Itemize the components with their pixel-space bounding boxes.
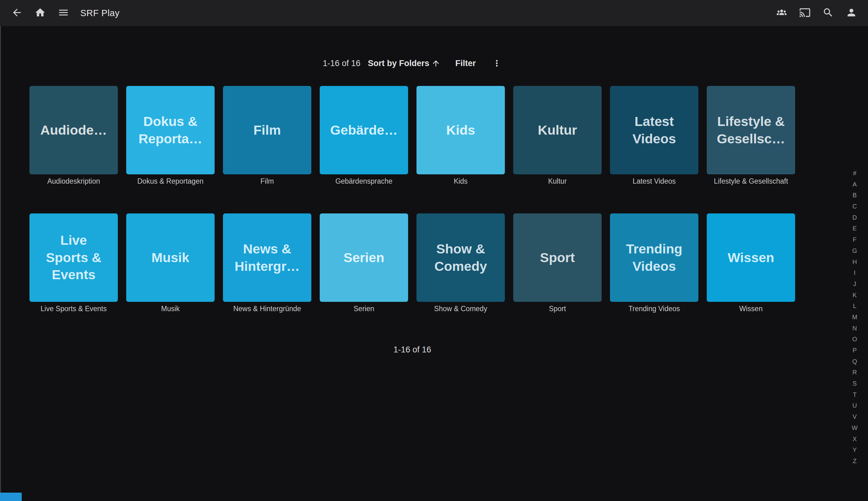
folder-caption: Wissen [707, 305, 795, 314]
alpha-letter[interactable]: I [854, 269, 856, 276]
folder-tile-title: Sport [538, 249, 577, 266]
alpha-letter[interactable]: W [852, 425, 858, 431]
alpha-letter[interactable]: N [853, 325, 857, 331]
folder-tile: Trending Videos [610, 213, 698, 302]
folder-tile-title: Lifestyle & Gesellsc… [715, 113, 788, 148]
filter-button[interactable]: Filter [455, 58, 476, 68]
alpha-letter[interactable]: D [853, 214, 857, 221]
alpha-letter[interactable]: V [853, 414, 857, 420]
toolbar: 1-16 of 16 Sort by Folders Filter [30, 57, 795, 70]
alpha-letter[interactable]: C [853, 203, 857, 210]
folder-tile-title: News & Hintergr… [232, 241, 302, 275]
folder-card[interactable]: Live Sports & EventsLive Sports & Events [30, 213, 118, 314]
folder-caption: Kultur [513, 177, 601, 186]
alpha-letter[interactable]: # [853, 170, 856, 176]
alpha-letter[interactable]: R [853, 369, 857, 375]
home-button[interactable] [31, 4, 49, 22]
alpha-letter[interactable]: S [853, 380, 857, 386]
folder-tile-title: Latest Videos [630, 113, 678, 148]
alpha-letter[interactable]: T [853, 392, 857, 398]
folder-card[interactable]: Gebärde…Gebärdensprache [320, 86, 408, 186]
folder-card[interactable]: KulturKultur [513, 86, 601, 186]
alpha-picker: #ABCDEFGHIJKLMNOPQRSTUVWXYZ [849, 170, 860, 464]
folder-card[interactable]: WissenWissen [707, 213, 795, 314]
arrow-up-icon [431, 59, 440, 68]
alpha-letter[interactable]: X [853, 436, 857, 442]
folder-card[interactable]: MusikMusik [126, 213, 215, 314]
folder-tile-title: Live Sports & Events [43, 232, 104, 284]
folder-card[interactable]: Lifestyle & Gesellsc…Lifestyle & Gesells… [707, 86, 795, 186]
alpha-letter[interactable]: K [853, 292, 857, 298]
left-scrollbar-track[interactable] [0, 26, 1, 501]
folder-grid: Audiode…AudiodeskriptionDokus & Reporta…… [30, 86, 795, 314]
alpha-letter[interactable]: Q [852, 358, 857, 364]
folder-tile: Dokus & Reporta… [126, 86, 215, 174]
alpha-letter[interactable]: O [852, 336, 857, 342]
folder-tile-title: Wissen [725, 249, 777, 266]
folder-card[interactable]: Audiode…Audiodeskription [30, 86, 118, 186]
folder-tile: Live Sports & Events [30, 213, 118, 302]
filter-button-label: Filter [455, 58, 476, 68]
folder-tile: Latest Videos [610, 86, 698, 174]
folder-card[interactable]: Dokus & Reporta…Dokus & Reportagen [126, 86, 215, 186]
user-button[interactable] [843, 4, 860, 22]
alpha-letter[interactable]: Z [853, 458, 857, 464]
alpha-letter[interactable]: M [852, 314, 857, 320]
folder-card[interactable]: Latest VideosLatest Videos [610, 86, 698, 186]
folder-caption: Film [223, 177, 311, 186]
alpha-letter[interactable]: P [853, 347, 857, 353]
folder-card[interactable]: FilmFilm [223, 86, 311, 186]
folder-tile-title: Serien [341, 249, 387, 266]
search-button[interactable] [819, 4, 837, 22]
alpha-letter[interactable]: U [853, 402, 857, 408]
folder-tile: Show & Comedy [416, 213, 505, 302]
back-button[interactable] [8, 4, 25, 22]
folder-caption: Dokus & Reportagen [126, 177, 215, 186]
folder-caption: Latest Videos [610, 177, 698, 186]
more-options-button[interactable] [492, 58, 502, 68]
folder-caption: Serien [320, 305, 408, 314]
alpha-letter[interactable]: L [853, 303, 856, 309]
alpha-letter[interactable]: A [853, 181, 857, 188]
folder-card[interactable]: KidsKids [416, 86, 505, 186]
scrollbar-thumb[interactable] [0, 493, 22, 501]
folder-card[interactable]: Show & ComedyShow & Comedy [416, 213, 505, 314]
folder-caption: Lifestyle & Gesellschaft [707, 177, 795, 186]
folder-tile: Kids [416, 86, 505, 174]
arrow-back-icon [11, 7, 23, 19]
alpha-letter[interactable]: G [852, 247, 857, 254]
alpha-letter[interactable]: F [853, 236, 857, 243]
folder-caption: News & Hintergründe [223, 305, 311, 314]
folder-card[interactable]: SportSport [513, 213, 601, 314]
library-content: 1-16 of 16 Sort by Folders Filter Audiod… [30, 57, 795, 354]
app-bar: SRF Play [0, 0, 868, 26]
syncplay-button[interactable] [773, 4, 790, 22]
folder-card[interactable]: News & Hintergr…News & Hintergründe [223, 213, 311, 314]
folder-caption: Trending Videos [610, 305, 698, 314]
people-group-icon [776, 7, 788, 19]
folder-tile: News & Hintergr… [223, 213, 311, 302]
folder-card[interactable]: SerienSerien [320, 213, 408, 314]
folder-tile: Kultur [513, 86, 601, 174]
person-icon [846, 7, 857, 19]
cast-button[interactable] [796, 4, 813, 22]
folder-tile-title: Audiode… [38, 121, 109, 139]
alpha-letter[interactable]: B [853, 192, 857, 198]
menu-button[interactable] [55, 4, 72, 22]
folder-tile-title: Show & Comedy [432, 241, 490, 275]
alpha-letter[interactable]: J [853, 281, 856, 287]
folder-tile-title: Dokus & Reporta… [136, 113, 205, 148]
folder-tile: Wissen [707, 213, 795, 302]
folder-tile-title: Musik [149, 249, 192, 266]
home-icon [34, 7, 46, 19]
sort-button[interactable]: Sort by Folders [368, 58, 440, 68]
alpha-letter[interactable]: E [853, 225, 857, 232]
folder-card[interactable]: Trending VideosTrending Videos [610, 213, 698, 314]
sort-button-label: Sort by Folders [368, 58, 429, 68]
folder-tile: Serien [320, 213, 408, 302]
alpha-letter[interactable]: H [853, 259, 857, 265]
folder-caption: Kids [416, 177, 505, 186]
folder-caption: Audiodeskription [30, 177, 118, 186]
folder-caption: Musik [126, 305, 215, 314]
alpha-letter[interactable]: Y [853, 447, 857, 453]
